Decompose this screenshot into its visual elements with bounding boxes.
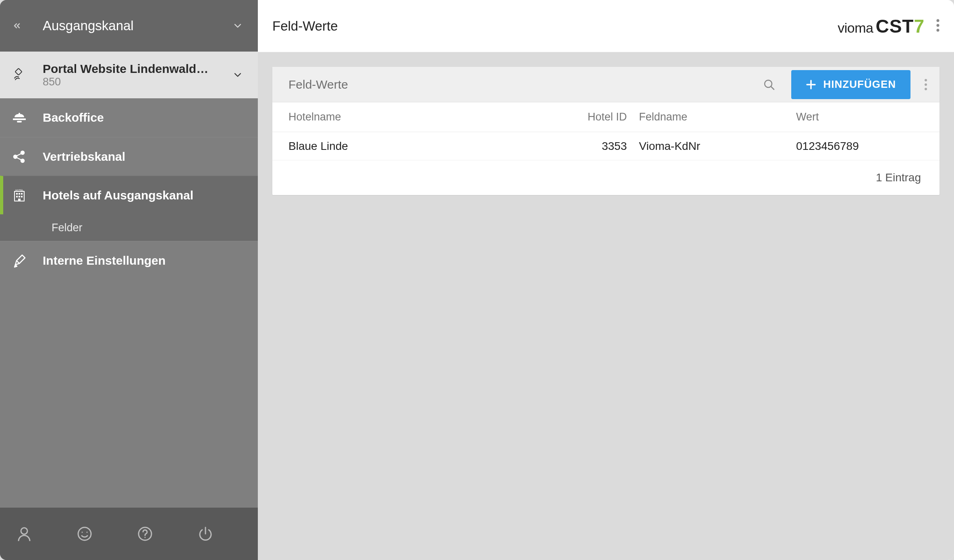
sidebar-title: Ausgangskanal [28,18,230,33]
portal-text: Portal Website Lindenwald… 850 [28,62,230,88]
svg-text:HOTEL: HOTEL [15,189,24,191]
sidebar-item-label: Interne Einstellungen [28,254,166,268]
svg-rect-0 [15,68,22,75]
svg-point-34 [925,88,927,90]
user-icon[interactable] [16,526,32,542]
svg-rect-12 [21,193,23,195]
svg-rect-14 [19,196,20,197]
svg-point-26 [937,24,939,27]
col-wert[interactable]: Wert [796,111,923,123]
sidebar-item-backoffice[interactable]: Backoffice [0,98,258,137]
table-row[interactable]: Blaue Linde 3353 Vioma-KdNr 0123456789 [272,132,939,160]
svg-rect-2 [17,121,22,122]
table-footer: 1 Eintrag [272,160,939,195]
brand-cst: CST [875,16,914,37]
more-icon[interactable] [924,79,927,91]
sidebar-item-hotels[interactable]: HOTEL Hotels auf Ausgangskanal [0,176,258,214]
portal-name: Portal Website Lindenwald… [43,62,230,76]
main-content: Feld-Werte vioma CST7 Feld-Werte [258,0,954,560]
building-icon: HOTEL [12,188,28,203]
brand-vioma: vioma [838,20,873,36]
svg-point-23 [145,537,146,538]
cell-hotelname: Blaue Linde [288,140,570,153]
portal-icon [12,68,28,82]
sidebar-item-label: Vertriebskanal [28,150,125,164]
entry-count: 1 Eintrag [876,171,921,184]
svg-point-19 [78,527,91,540]
svg-point-21 [87,532,88,533]
sidebar-item-label: Hotels auf Ausgangskanal [28,189,193,202]
col-hotelname[interactable]: Hotelname [288,111,570,123]
portal-id: 850 [43,76,230,88]
svg-point-33 [925,83,927,86]
svg-line-6 [17,153,21,156]
card-header: Feld-Werte HINZUFÜGEN [272,67,939,102]
network-icon [12,149,28,164]
svg-point-20 [82,532,83,533]
add-button[interactable]: HINZUFÜGEN [791,70,910,99]
svg-rect-16 [18,199,21,201]
brand-logo: vioma CST7 [838,15,924,37]
help-icon[interactable] [137,526,153,542]
svg-rect-1 [13,118,26,120]
svg-rect-13 [16,196,18,197]
table-header: Hotelname Hotel ID Feldname Wert [272,102,939,132]
table: Hotelname Hotel ID Feldname Wert Blaue L… [272,102,939,195]
collapse-icon[interactable] [12,21,28,31]
card-title: Feld-Werte [288,78,759,91]
svg-line-29 [771,87,774,89]
sidebar-subitem-felder[interactable]: Felder [0,214,258,241]
svg-rect-15 [21,196,23,197]
svg-line-17 [17,261,19,263]
smile-icon[interactable] [77,526,93,542]
plus-icon [806,79,816,90]
sidebar-footer [0,508,258,560]
svg-point-32 [925,79,927,81]
col-feldname[interactable]: Feldname [627,111,796,123]
col-hotelid[interactable]: Hotel ID [570,111,627,123]
edit-icon [12,253,28,268]
sidebar-item-label: Backoffice [28,111,104,124]
bell-icon [12,110,28,125]
svg-point-25 [937,19,939,22]
svg-rect-10 [16,193,18,195]
power-icon[interactable] [197,526,214,542]
sidebar-item-vertriebskanal[interactable]: Vertriebskanal [0,137,258,176]
main-header: Feld-Werte vioma CST7 [258,0,954,52]
svg-rect-11 [19,193,20,195]
svg-line-7 [17,158,21,160]
add-button-label: HINZUFÜGEN [823,78,896,91]
sidebar: Ausgangskanal Portal Website Lindenwald…… [0,0,258,560]
svg-point-27 [937,29,939,31]
cell-wert: 0123456789 [796,140,923,153]
brand-seven: 7 [914,16,924,37]
chevron-down-icon[interactable] [230,20,246,31]
svg-point-18 [21,528,27,534]
portal-selector[interactable]: Portal Website Lindenwald… 850 [0,52,258,98]
search-icon[interactable] [759,79,779,91]
cell-feldname: Vioma-KdNr [627,140,796,153]
chevron-down-icon[interactable] [230,69,246,81]
card-feld-werte: Feld-Werte HINZUFÜGEN [272,67,939,195]
sidebar-item-interne[interactable]: Interne Einstellungen [0,241,258,280]
page-title: Feld-Werte [272,19,838,34]
sidebar-header[interactable]: Ausgangskanal [0,0,258,52]
sidebar-subitem-label: Felder [52,222,83,234]
more-icon[interactable] [936,19,939,33]
cell-hotelid: 3353 [570,140,627,153]
